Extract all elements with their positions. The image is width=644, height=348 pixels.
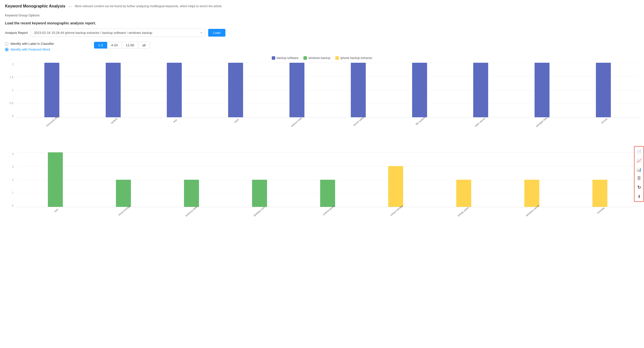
radio-label-classifier[interactable]: Identify with Label in Classifier <box>5 42 54 45</box>
y2-label-1: 1 <box>12 191 14 194</box>
radio-featured-word[interactable]: Identify with Featured Word <box>5 47 54 51</box>
chart2-area <box>16 152 639 207</box>
chart1-bar <box>290 63 304 117</box>
page-wrapper: Keyword Monographic Analysis — More rele… <box>0 0 644 246</box>
radio-featured-text: Identify with Featured Word <box>10 47 50 51</box>
chart1-bar <box>228 63 243 117</box>
load-section: Load the recent keyword monographic anal… <box>5 21 639 37</box>
legend-dot-backup-software <box>272 56 275 60</box>
y1-label-2: 2 <box>12 63 14 66</box>
y2-label-4: 4 <box>12 152 14 155</box>
chart1-y-axis: 2 1.5 1 0.5 0 <box>5 63 15 118</box>
radio-circle-featured <box>5 48 8 51</box>
chart2-bar <box>388 166 403 207</box>
chart1-container: 2 1.5 1 0.5 0 microsoft officesystemtest… <box>5 63 639 145</box>
page-header: Keyword Monographic Analysis — More rele… <box>5 4 639 8</box>
chart1-bar <box>473 63 488 117</box>
y1-label-0.5: 0.5 <box>10 102 14 105</box>
chart1-bar <box>534 63 550 117</box>
y2-label-0: 0 <box>12 204 14 207</box>
y1-label-1.5: 1.5 <box>10 76 14 79</box>
radio-circle-label <box>5 42 8 45</box>
analysis-select-value: 2023-02-16 15:26:44 iphone backup extrac… <box>34 31 152 35</box>
legend-backup-software: backup software <box>272 56 298 60</box>
tab-4-10[interactable]: 4-10 <box>107 42 122 48</box>
legend-label-iphone-extractor: iphone backup extractor <box>340 56 372 60</box>
analysis-row: Analysis Report 2023-02-16 15:26:44 ipho… <box>5 29 639 37</box>
y1-label-0: 0 <box>12 115 14 118</box>
chart1-section: 2 1.5 1 0.5 0 microsoft officesystemtest… <box>5 63 639 145</box>
chart1-bar <box>596 63 611 117</box>
chart2-bar <box>320 180 335 207</box>
chart2-container: 4 3 2 1 0 toolcloud storageantivirus def… <box>5 152 639 234</box>
analysis-report-select[interactable]: 2023-02-16 15:26:44 iphone backup extrac… <box>31 29 205 37</box>
chart2-x-labels: toolcloud storageantivirus defensedeskto… <box>16 208 639 212</box>
chart2-bar <box>184 180 199 207</box>
database-icon[interactable]: 🗄 <box>636 175 642 181</box>
chart2-bars <box>16 152 639 207</box>
chart1-bar <box>167 63 182 117</box>
load-button[interactable]: Load <box>208 29 226 37</box>
chevron-down-icon: ▾ <box>201 31 202 34</box>
tab-11-50[interactable]: 11-50 <box>122 42 138 48</box>
chart1-bar <box>106 63 121 117</box>
document-icon[interactable]: 📄 <box>636 149 642 155</box>
y2-label-2: 2 <box>12 178 14 181</box>
bar-chart-icon[interactable]: 📊 <box>636 167 642 173</box>
chart2-section: 4 3 2 1 0 toolcloud storageantivirus def… <box>5 152 639 234</box>
tab-1-3[interactable]: 1-3 <box>94 42 107 48</box>
chart-line-icon[interactable]: 📈 <box>636 158 642 164</box>
y1-label-1: 1 <box>12 89 14 92</box>
load-title: Load the recent keyword monographic anal… <box>5 21 639 25</box>
y2-label-3: 3 <box>12 165 14 168</box>
chart1-bar <box>412 63 427 117</box>
chart1-area <box>16 63 639 118</box>
chart2-bar <box>456 180 471 207</box>
page-title: Keyword Monographic Analysis <box>5 4 65 8</box>
chart2-bar <box>524 180 539 207</box>
legend-dot-iphone-extractor <box>335 56 339 60</box>
chart2-bar <box>592 180 607 207</box>
refresh-icon[interactable]: ↻ <box>636 184 642 190</box>
tabs-row: 1-3 4-10 11-50 all <box>94 42 150 48</box>
legend-dot-windows-backup <box>304 56 307 60</box>
tab-all[interactable]: all <box>138 42 150 48</box>
legend-label-windows-backup: windows backup <box>308 56 330 60</box>
chart1-bars <box>16 63 639 117</box>
chart2-bar <box>116 180 131 207</box>
section-label: Keyword Group Options <box>5 13 639 17</box>
chart2-y-axis: 4 3 2 1 0 <box>5 152 15 207</box>
radio-label-text: Identify with Label in Classifier <box>10 42 54 45</box>
chart1-bar <box>44 63 59 117</box>
chart2-bar <box>48 152 63 207</box>
side-toolbar: 📄 📈 📊 🗄 ↻ ⬇ <box>634 146 644 202</box>
chart2-bar <box>252 180 267 207</box>
header-divider: — <box>68 4 72 8</box>
header-description: More relevant content can be found by fu… <box>75 4 222 8</box>
analysis-report-label: Analysis Report <box>5 31 28 35</box>
controls-row: Identify with Label in Classifier Identi… <box>5 42 639 54</box>
chart-legend: backup software windows backup iphone ba… <box>5 56 639 60</box>
chart1-bar <box>351 63 366 117</box>
chart1-x-labels: microsoft officesystemtestworkeaseus tod… <box>16 119 639 123</box>
legend-iphone-extractor: iphone backup extractor <box>335 56 372 60</box>
legend-label-backup-software: backup software <box>277 56 298 60</box>
legend-windows-backup: windows backup <box>304 56 330 60</box>
radio-group: Identify with Label in Classifier Identi… <box>5 42 54 51</box>
download-icon[interactable]: ⬇ <box>636 193 642 199</box>
